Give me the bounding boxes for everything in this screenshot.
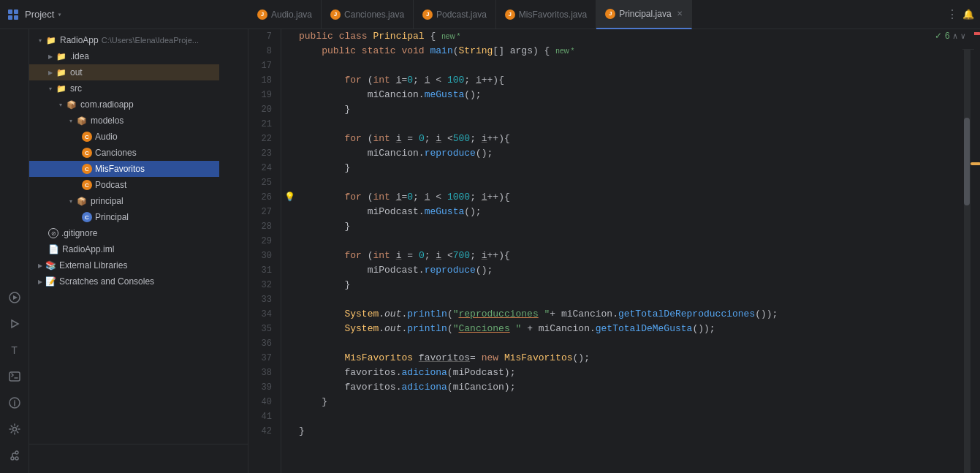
folder-icon-out: 📁	[56, 67, 67, 78]
ext-libs-icon: 📚	[45, 260, 56, 270]
sidebar-icon-info[interactable]	[3, 391, 26, 415]
tree-label-ext-libs: External Libraries	[59, 260, 127, 270]
scrollbar-track[interactable]	[964, 29, 970, 473]
tree-item-principal-class[interactable]: C Principal	[29, 209, 219, 225]
tree-item-gitignore[interactable]: ⊘ .gitignore	[29, 225, 219, 241]
code-line-42: }	[299, 424, 964, 439]
tree-item-out[interactable]: ▶ 📁 out	[29, 64, 219, 80]
sidebar-icon-terminal[interactable]	[3, 365, 26, 388]
sidebar-icon-run[interactable]	[3, 286, 26, 309]
project-icon	[6, 7, 20, 22]
tree-label-com-radioapp: com.radioapp	[80, 99, 134, 110]
tab-close-principal[interactable]: ✕	[677, 10, 683, 18]
scrollbar-thumb[interactable]	[964, 118, 970, 205]
code-line-38: favoritos.adiciona(miPodcast);	[299, 366, 964, 380]
sidebar-icon-text[interactable]: T	[3, 338, 26, 362]
tab-label-canciones: Canciones.java	[344, 10, 404, 20]
tree-item-misfavoritos[interactable]: C MisFavoritos	[29, 161, 219, 177]
tree-item-radioapp-iml[interactable]: 📄 RadioApp.iml	[29, 241, 219, 257]
expand-icon[interactable]: ∧	[953, 31, 958, 41]
project-dropdown-arrow[interactable]: ▾	[57, 10, 61, 19]
sidebar-icon-settings[interactable]	[3, 417, 26, 441]
package-icon-principal: 📦	[76, 195, 88, 207]
folder-icon-idea: 📁	[56, 50, 67, 62]
top-bar-left: Project ▾	[0, 7, 248, 22]
svg-marker-11	[12, 320, 18, 328]
code-line-8: public static void main(String[] args) {…	[299, 44, 964, 58]
tab-label-misfavoritos: MisFavoritos.java	[519, 10, 587, 20]
sidebar-icon-debug[interactable]	[3, 312, 26, 336]
tree-label-out: out	[70, 67, 83, 77]
tab-podcast[interactable]: J Podcast.java	[414, 0, 496, 29]
tree-path-radioapp: C:\Users\Elena\IdeaProje...	[102, 36, 199, 45]
tree-label-principal-class: Principal	[95, 212, 129, 222]
tab-principal[interactable]: J Principal.java ✕	[596, 0, 691, 29]
svg-rect-2	[8, 15, 12, 20]
code-line-19: miCancion.meGusta();	[299, 88, 964, 102]
code-line-25	[299, 175, 964, 190]
tree-item-scratches[interactable]: ▶ 📝 Scratches and Consoles	[29, 273, 219, 290]
svg-point-17	[15, 457, 18, 460]
tree-item-idea[interactable]: ▶ 📁 .idea	[29, 48, 219, 64]
code-line-35: System.out.println("Canciones " + miCanc…	[299, 322, 964, 336]
tree-label-audio: Audio	[95, 132, 118, 142]
tab-audio[interactable]: J Audio.java	[248, 0, 322, 29]
code-line-30: for (int i = 0; i <700; i++){	[299, 249, 964, 263]
svg-rect-3	[14, 15, 18, 20]
tree-arrow-ext-libs: ▶	[35, 260, 45, 270]
tree-item-external-libraries[interactable]: ▶ 📚 External Libraries	[29, 257, 219, 273]
sidebar-icon-git[interactable]	[3, 444, 26, 467]
more-tabs-icon[interactable]: ⋮	[946, 7, 958, 22]
tab-misfavoritos[interactable]: J MisFavoritos.java	[496, 0, 596, 29]
svg-point-15	[11, 457, 14, 460]
tree-item-src[interactable]: ▾ 📁 src	[29, 80, 219, 97]
code-line-27: miPodcast.meGusta();	[299, 205, 964, 219]
tree-label-idea: .idea	[70, 51, 89, 61]
code-line-22: for (int i = 0; i <500; i++){	[299, 132, 964, 146]
class-icon-canciones: C	[82, 148, 92, 158]
error-count-badge: 6	[945, 31, 950, 41]
code-line-41	[299, 409, 964, 424]
code-line-39: favoritos.adiciona(miCancion);	[299, 380, 964, 395]
bottom-icon-rail	[0, 444, 248, 473]
tree-item-com-radioapp[interactable]: ▾ 📦 com.radioapp	[29, 97, 219, 113]
tree-item-principal-pkg[interactable]: ▾ 📦 principal	[29, 193, 219, 209]
code-line-24: }	[299, 161, 964, 175]
code-line-31: miPodcast.reproduce();	[299, 263, 964, 278]
tree-label-gitignore: .gitignore	[61, 228, 97, 238]
left-panel: ··· ▾ 📁 RadioApp C:\Users\Elena\IdeaProj…	[0, 29, 248, 473]
code-line-18: for (int i=0; i < 100; i++){	[299, 73, 964, 88]
tree-item-modelos[interactable]: ▾ 📦 modelos	[29, 113, 219, 129]
collapse-icon[interactable]: ∨	[960, 31, 965, 41]
code-content[interactable]: public class Principal { new * public st…	[281, 29, 970, 473]
tree-arrow-principal-pkg: ▾	[66, 196, 76, 206]
tree-item-audio[interactable]: C Audio	[29, 129, 219, 145]
tab-canciones[interactable]: J Canciones.java	[322, 0, 414, 29]
tree-label-misfavoritos: MisFavoritos	[95, 164, 145, 174]
project-title: Project	[25, 9, 54, 20]
svg-rect-12	[10, 372, 20, 381]
left-bottom-icon-strip: T	[0, 29, 29, 473]
tab-icon-audio: J	[257, 10, 267, 20]
new-badge-line8: new *	[555, 44, 574, 58]
tab-label-principal: Principal.java	[619, 9, 671, 19]
code-line-37: MisFavoritos favoritos= new MisFavoritos…	[299, 351, 964, 366]
tree-item-podcast[interactable]: C Podcast	[29, 177, 219, 193]
file-icon-iml: 📄	[48, 244, 59, 254]
code-line-40: }	[299, 395, 964, 409]
bulb-icon-26[interactable]: 💡	[284, 190, 295, 205]
svg-rect-1	[14, 10, 18, 14]
tree-arrow-radioapp: ▾	[35, 35, 45, 45]
tree-item-canciones[interactable]: C Canciones	[29, 145, 219, 161]
class-icon-audio: C	[82, 132, 92, 142]
code-line-7: public class Principal { new *	[299, 29, 964, 44]
git-icon-gitignore: ⊘	[48, 228, 58, 238]
tab-label-podcast: Podcast.java	[436, 10, 487, 20]
package-icon-modelos: 📦	[76, 115, 88, 126]
main-class-icon-principal: C	[82, 212, 92, 222]
tree-label-radioapp-iml: RadioApp.iml	[62, 244, 114, 254]
main-area: ··· ▾ 📁 RadioApp C:\Users\Elena\IdeaProj…	[0, 29, 980, 473]
tree-item-radioapp[interactable]: ▾ 📁 RadioApp C:\Users\Elena\IdeaProje...	[29, 32, 219, 48]
tree-label-src: src	[70, 83, 82, 94]
tree-content: ▾ 📁 RadioApp C:\Users\Elena\IdeaProje...…	[29, 29, 219, 444]
